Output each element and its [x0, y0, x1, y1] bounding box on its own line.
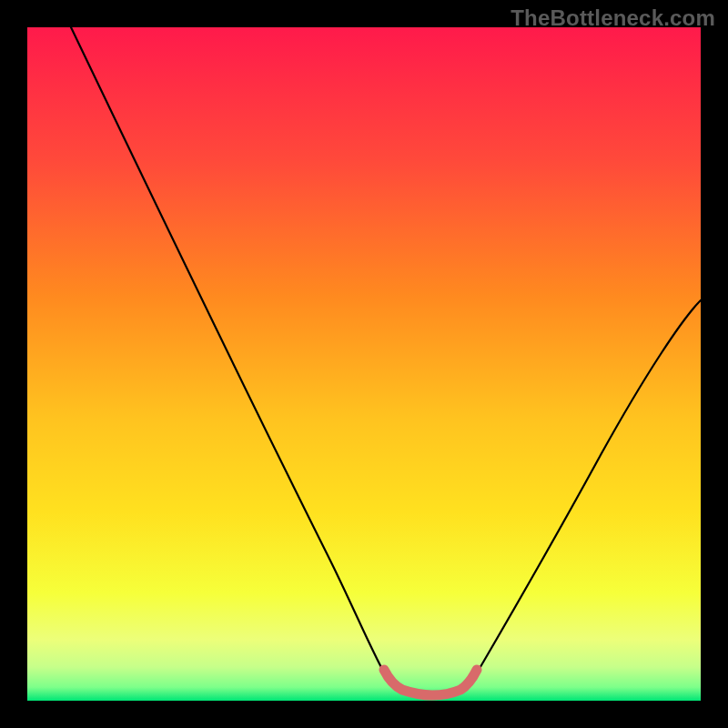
bottleneck-curve-right	[471, 300, 701, 682]
watermark-label: TheBottleneck.com	[511, 5, 715, 31]
optimal-band	[384, 670, 477, 695]
curve-layer	[27, 27, 701, 701]
bottleneck-curve-left	[71, 27, 389, 682]
plot-area	[27, 27, 701, 701]
chart-frame: TheBottleneck.com	[0, 0, 728, 728]
